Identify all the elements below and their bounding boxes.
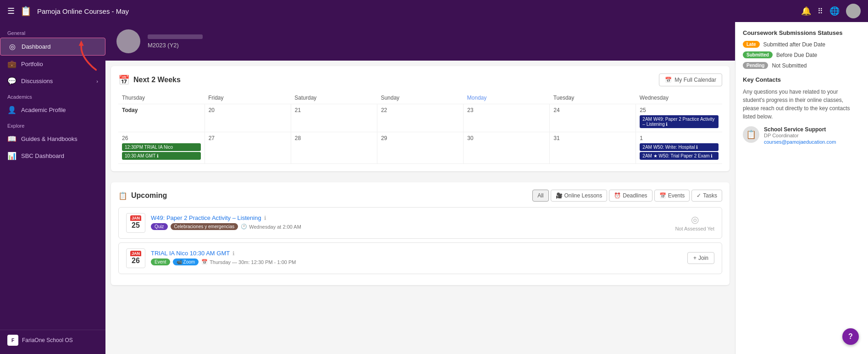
sidebar-item-academic-profile[interactable]: 👤 Academic Profile xyxy=(0,101,105,118)
day-29: 29 xyxy=(377,132,463,164)
profile-name-placeholder xyxy=(148,34,203,39)
sidebar-item-dashboard[interactable]: ◎ Dashboard xyxy=(0,38,105,56)
filter-tabs: All 🎥 Online Lessons ⏰ Deadlines 📅 Event… xyxy=(532,190,722,202)
my-calendar-button[interactable]: 📅 My Full Calendar xyxy=(659,73,722,86)
item-title-1: TRIAL IA Nico 10:30 AM GMT ℹ xyxy=(151,250,682,257)
topbar-icons: 🔔 ⠿ 🌐 xyxy=(801,4,861,18)
item-tags-0: Quiz Celebraciones y emergencias 🕐 Wedne… xyxy=(151,223,669,230)
avatar[interactable] xyxy=(846,4,861,18)
sidebar-item-guides-handbooks[interactable]: 📖 Guides & Handbooks xyxy=(0,130,105,147)
cal-event-trial[interactable]: 12:30PM TRIAL IA Nico xyxy=(122,143,201,151)
online-lessons-icon: 🎥 xyxy=(556,192,563,199)
filter-online-lessons[interactable]: 🎥 Online Lessons xyxy=(551,190,608,202)
sidebar-item-discussions[interactable]: 💬 Discussions › xyxy=(0,73,105,90)
badge-late: Late xyxy=(743,41,760,48)
item-tags-1: Event 📹 Zoom 📅 Thursday — 30m: 12:30 PM … xyxy=(151,258,682,265)
tag-subject-0: Celebraciones y emergencias xyxy=(171,223,238,230)
cal-event-gmt[interactable]: 10:30 AM GMT ℹ xyxy=(122,152,201,160)
contact-info: School Service Support DP Coordinator co… xyxy=(764,126,836,145)
sidebar-item-sbc-dashboard[interactable]: 📊 SBC Dashboard xyxy=(0,147,105,164)
day-23: 23 xyxy=(464,104,550,132)
status-item-late: Late Submitted after Due Date xyxy=(743,41,861,48)
events-icon: 📅 xyxy=(659,192,666,199)
notification-icon[interactable]: 🔔 xyxy=(801,6,811,16)
pamoja-logo-icon: 📋 xyxy=(20,6,32,17)
badge-submitted: Submitted xyxy=(743,51,773,58)
topbar-title: Pamoja Online Courses - May xyxy=(37,7,796,15)
item-status-0: ◎ Not Assessed Yet xyxy=(675,214,714,231)
item-time-0: 🕐 Wednesday at 2:00 AM xyxy=(241,224,301,230)
contact-email[interactable]: courses@pamojaeducation.com xyxy=(764,139,836,145)
academic-profile-icon: 👤 xyxy=(7,106,17,114)
pending-description: Not Submitted xyxy=(772,62,807,69)
tag-event-1: Event xyxy=(151,258,170,265)
main-content: M2023 (Y2) 📅 Next 2 Weeks 📅 My Full Cale… xyxy=(105,22,735,354)
join-button[interactable]: + Join xyxy=(687,252,714,264)
sidebar-item-portfolio[interactable]: 💼 Portfolio xyxy=(0,56,105,73)
sidebar-item-label-portfolio: Portfolio xyxy=(21,61,43,67)
upcoming-card: 📋 Upcoming All 🎥 Online Lessons ⏰ Deadli… xyxy=(111,182,730,285)
sidebar-section-explore: Explore xyxy=(0,118,105,130)
grid-icon[interactable]: ⠿ xyxy=(818,7,823,16)
zoom-icon: 📹 xyxy=(177,259,182,264)
filter-events[interactable]: 📅 Events xyxy=(654,190,690,202)
sidebar-item-label-dashboard: Dashboard xyxy=(22,43,51,50)
sbc-icon: 📊 xyxy=(7,152,17,160)
filter-tasks[interactable]: ✓ Tasks xyxy=(691,190,722,202)
sidebar-footer: F FariaOne School OS xyxy=(0,330,105,350)
late-description: Submitted after Due Date xyxy=(763,41,825,48)
col-thursday: Thursday xyxy=(118,92,205,104)
sidebar-item-label-sbc: SBC Dashboard xyxy=(21,152,64,159)
calendar-card: 📅 Next 2 Weeks 📅 My Full Calendar Thursd… xyxy=(111,66,730,171)
item-title-text-1: TRIAL IA Nico 10:30 AM GMT xyxy=(151,250,230,257)
calendar-title-group: 📅 Next 2 Weeks xyxy=(118,74,181,85)
faria-label: FariaOne School OS xyxy=(22,337,73,343)
day-28: 28 xyxy=(291,132,377,164)
time-icon-0: 🕐 xyxy=(241,224,247,230)
calendar-header: 📅 Next 2 Weeks 📅 My Full Calendar xyxy=(118,73,722,86)
contact-name: School Service Support xyxy=(764,126,836,133)
sidebar-section-academics: Academics xyxy=(0,90,105,101)
help-button[interactable]: ? xyxy=(842,328,859,345)
badge-pending: Pending xyxy=(743,62,768,69)
day-today: Today xyxy=(118,104,205,132)
portfolio-icon: 💼 xyxy=(7,60,17,68)
filter-all[interactable]: All xyxy=(532,190,548,202)
cal-event-w49[interactable]: 2AM W49: Paper 2 Practice Activity – Lis… xyxy=(640,115,719,128)
col-tuesday: Tuesday xyxy=(550,92,636,104)
discussions-icon: 💬 xyxy=(7,77,17,85)
day-26: 26 12:30PM TRIAL IA Nico 10:30 AM GMT ℹ xyxy=(118,132,205,164)
upcoming-header: 📋 Upcoming All 🎥 Online Lessons ⏰ Deadli… xyxy=(118,190,722,202)
upcoming-item-0: JAN 25 W49: Paper 2 Practice Activity – … xyxy=(118,207,722,239)
item-time-1: 📅 Thursday — 30m: 12:30 PM - 1:00 PM xyxy=(201,259,296,265)
sidebar-item-label-academic-profile: Academic Profile xyxy=(21,107,66,113)
day-27: 27 xyxy=(205,132,291,164)
col-sunday: Sunday xyxy=(377,92,463,104)
sidebar: General ◎ Dashboard 💼 Portfolio 💬 Discus… xyxy=(0,22,105,354)
join-label: Join xyxy=(698,255,708,261)
info-icon-0[interactable]: ℹ xyxy=(264,215,266,221)
item-details-0: W49: Paper 2 Practice Activity – Listeni… xyxy=(151,214,669,231)
join-icon: + xyxy=(693,255,697,261)
globe-icon[interactable]: 🌐 xyxy=(829,6,840,16)
upcoming-item-1: JAN 26 TRIAL IA Nico 10:30 AM GMT ℹ Even… xyxy=(118,242,722,274)
sidebar-item-label-guides: Guides & Handbooks xyxy=(21,135,77,142)
profile-info: M2023 (Y2) xyxy=(148,34,203,49)
key-contacts-title: Key Contacts xyxy=(743,76,861,83)
my-calendar-label: My Full Calendar xyxy=(674,77,716,83)
item-title-text-0: W49: Paper 2 Practice Activity – Listeni… xyxy=(151,214,261,221)
col-friday: Friday xyxy=(205,92,291,104)
guides-icon: 📖 xyxy=(7,135,17,143)
status-item-pending: Pending Not Submitted xyxy=(743,62,861,69)
info-icon-1[interactable]: ℹ xyxy=(232,250,235,257)
hamburger-icon[interactable]: ☰ xyxy=(7,6,15,16)
cal-event-w50-write[interactable]: 2AM W50: Write: Hospital ℹ xyxy=(640,143,719,151)
not-assessed-icon: ◎ xyxy=(691,214,699,225)
calendar-icon: 📅 xyxy=(118,74,130,85)
calendar-title: Next 2 Weeks xyxy=(133,76,181,84)
profile-year: M2023 (Y2) xyxy=(148,42,203,49)
key-contacts-section: Key Contacts Any questions you have rela… xyxy=(743,76,861,145)
cal-event-w50-trial[interactable]: 2AM ★ W50: Trial Paper 2 Exam ℹ xyxy=(640,152,719,160)
day-1: 1 2AM W50: Write: Hospital ℹ 2AM ★ W50: … xyxy=(636,132,722,164)
filter-deadlines[interactable]: ⏰ Deadlines xyxy=(609,190,652,202)
